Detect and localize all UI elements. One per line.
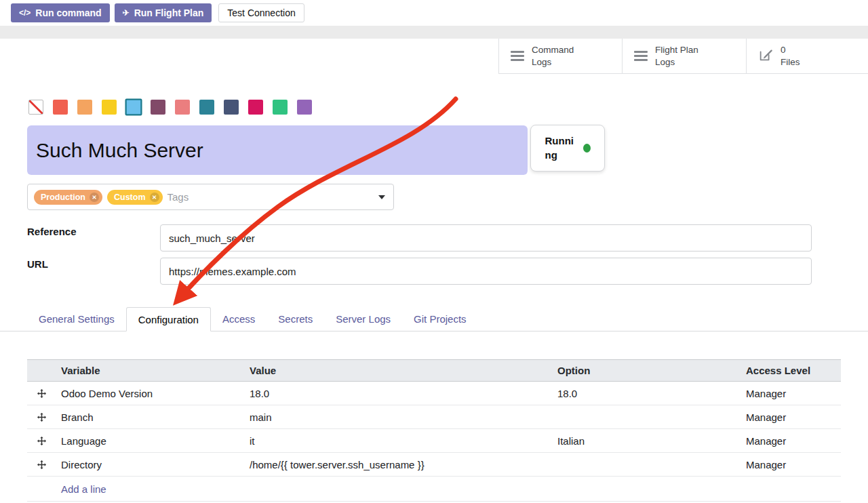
tag-remove-icon[interactable]: ✕ [90,193,99,202]
table-row[interactable]: Odoo Demo Version18.018.0Manager [27,382,841,405]
toolbar-divider-strip [0,26,868,39]
toolbar: </> Run command ✈ Run Flight Plan Test C… [0,0,868,26]
code-icon: </> [19,8,31,18]
color-swatch-dark-blue[interactable] [224,100,239,115]
cell-option[interactable]: Italian [552,435,741,447]
config-table-body: Odoo Demo Version18.018.0ManagerBranchma… [27,382,841,477]
drag-handle-icon[interactable] [27,437,56,445]
color-swatch-violet[interactable] [297,100,312,115]
configuration-table: Variable Value Option Access Level Odoo … [27,359,841,502]
column-header-access-level: Access Level [741,365,841,376]
cell-variable[interactable]: Language [56,435,244,447]
files-label: 0 Files [781,44,800,68]
server-name-input[interactable] [27,125,528,175]
cell-access-level[interactable]: Manager [741,411,841,423]
reference-input[interactable] [160,224,812,252]
color-palette [28,100,312,115]
status-badge[interactable]: Running [530,125,605,172]
chevron-down-icon[interactable] [378,195,385,199]
cell-access-level[interactable]: Manager [741,435,841,447]
color-swatch-salmon[interactable] [175,100,190,115]
flight-plan-logs-button[interactable]: Flight Plan Logs [622,39,746,73]
files-button[interactable]: 0 Files [746,39,868,73]
color-swatch-none[interactable] [28,100,43,115]
tags-placeholder: Tags [167,191,189,203]
cell-access-level[interactable]: Manager [741,388,841,399]
add-line-link[interactable]: Add a line [61,483,106,495]
edit-pencil-icon [758,47,773,64]
tab-server-logs[interactable]: Server Logs [324,307,402,331]
drag-handle-icon[interactable] [27,389,56,398]
color-swatch-cyan[interactable] [125,98,142,115]
plane-icon: ✈ [123,8,130,18]
tag-custom[interactable]: Custom✕ [107,190,163,205]
color-swatch-yellow[interactable] [102,100,117,115]
cell-access-level[interactable]: Manager [741,459,841,470]
table-row[interactable]: BranchmainManager [27,405,841,429]
run-command-label: Run command [35,7,101,18]
cell-value[interactable]: main [244,411,552,423]
color-swatch-orange[interactable] [77,100,92,115]
command-logs-label: Command Logs [532,44,574,68]
tab-access[interactable]: Access [211,307,267,331]
status-label: Running [545,134,577,162]
flight-plan-logs-label: Flight Plan Logs [655,44,698,68]
status-green-dot-icon [583,144,591,153]
tag-label: Custom [114,193,146,202]
cell-variable[interactable]: Odoo Demo Version [56,388,244,399]
drag-handle-icon[interactable] [27,460,56,469]
color-swatch-green[interactable] [273,100,288,115]
tab-secrets[interactable]: Secrets [267,307,324,331]
run-flight-plan-label: Run Flight Plan [134,7,204,18]
command-logs-button[interactable]: Command Logs [498,39,622,73]
table-row[interactable]: LanguageitItalianManager [27,429,841,453]
add-line-row: Add a line [27,477,841,502]
color-swatch-raspberry[interactable] [248,100,263,115]
drag-handle-icon[interactable] [27,413,56,422]
tag-production[interactable]: Production✕ [34,190,102,205]
tag-remove-icon[interactable]: ✕ [150,193,159,202]
tag-list: Production✕Custom✕ [34,190,163,205]
cell-variable[interactable]: Branch [56,411,244,423]
cell-variable[interactable]: Directory [56,459,244,470]
color-swatch-red[interactable] [53,100,68,115]
column-header-option: Option [552,365,741,376]
server-form-page: </> Run command ✈ Run Flight Plan Test C… [0,0,868,503]
table-row[interactable]: Directory/home/{{ tower.server.ssh_usern… [27,453,841,477]
column-header-value: Value [244,365,552,376]
tags-input[interactable]: Production✕Custom✕ Tags [27,184,394,210]
run-command-button[interactable]: </> Run command [11,3,110,22]
test-connection-label: Test Connection [227,7,295,18]
cell-value[interactable]: 18.0 [244,388,552,399]
column-header-variable: Variable [56,365,244,376]
list-icon [634,51,648,61]
tag-label: Production [41,193,85,202]
list-icon [511,51,524,61]
cell-value[interactable]: it [244,435,552,447]
cell-value[interactable]: /home/{{ tower.server.ssh_username }} [244,459,552,470]
color-swatch-teal[interactable] [199,100,214,115]
table-header-row: Variable Value Option Access Level [27,359,841,382]
test-connection-button[interactable]: Test Connection [218,3,304,22]
tab-git-projects[interactable]: Git Projects [402,307,478,331]
tab-bar: General SettingsConfigurationAccessSecre… [0,307,868,331]
color-swatch-dark-purple[interactable] [151,100,165,115]
run-flight-plan-button[interactable]: ✈ Run Flight Plan [115,3,212,22]
url-input[interactable] [160,258,812,285]
reference-label: Reference [27,226,77,237]
tab-configuration[interactable]: Configuration [126,307,211,331]
tab-general-settings[interactable]: General Settings [27,307,126,331]
url-label: URL [27,258,48,270]
stat-button-box: Command Logs Flight Plan Logs 0 Files [498,39,868,74]
cell-option[interactable]: 18.0 [552,388,741,399]
